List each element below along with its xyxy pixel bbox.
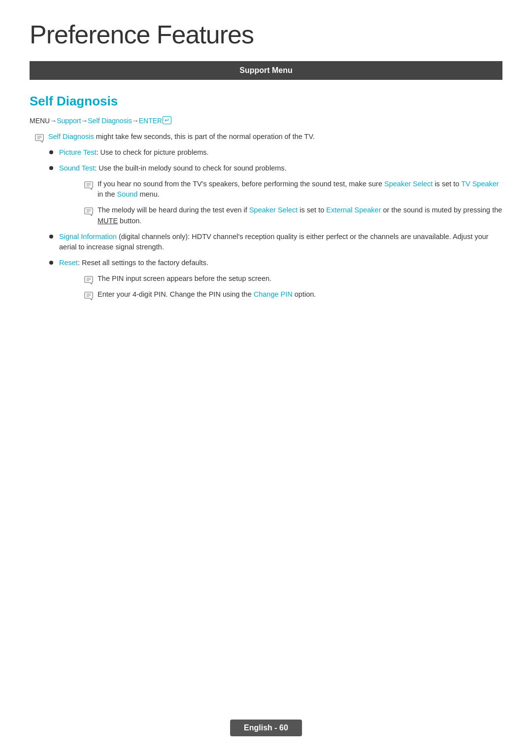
reset-notes: The PIN input screen appears before the … <box>79 274 502 300</box>
menu-path-arrow1: → <box>50 117 57 125</box>
sound-note-1-text: If you hear no sound from the TV's speak… <box>98 179 502 201</box>
sound-note-1: If you hear no sound from the TV's speak… <box>79 179 502 201</box>
menu-path-support: Support <box>57 117 81 125</box>
bullet-text-1: Picture Test: Use to check for picture p… <box>59 147 209 158</box>
reset-note-2-text: Enter your 4-digit PIN. Change the PIN u… <box>98 289 316 300</box>
note-icon-sound-1 <box>84 180 94 190</box>
reset-note-1-text: The PIN input screen appears before the … <box>98 274 271 284</box>
menu-path-menu: MENU <box>30 117 50 125</box>
section-title: Self Diagnosis <box>30 94 502 109</box>
bullet-text-2: Sound Test: Use the built-in melody soun… <box>59 163 287 174</box>
menu-path-arrow3: → <box>132 117 139 125</box>
page-title: Preference Features <box>30 20 502 49</box>
reset-note-2: Enter your 4-digit PIN. Change the PIN u… <box>79 289 502 300</box>
enter-icon: ↵ <box>163 116 171 124</box>
menu-path-arrow2: → <box>81 117 88 125</box>
intro-note-text: Self Diagnosis might take few seconds, t… <box>48 132 315 142</box>
bullet-dot-3 <box>49 235 53 239</box>
bullet-text-4: Reset: Reset all settings to the factory… <box>59 258 208 269</box>
bullet-dot-4 <box>49 261 53 265</box>
note-icon-intro <box>34 133 44 142</box>
sound-test-notes: If you hear no sound from the TV's speak… <box>79 179 502 227</box>
menu-path-enter: ENTER <box>139 117 162 125</box>
note-icon-sound-2 <box>84 206 94 216</box>
support-menu-bar: Support Menu <box>30 61 502 80</box>
bullet-item-picture-test: Picture Test: Use to check for picture p… <box>49 147 502 158</box>
bullet-text-3: Signal Information (digital channels onl… <box>59 232 502 253</box>
bullet-item-signal-info: Signal Information (digital channels onl… <box>49 232 502 253</box>
reset-note-1: The PIN input screen appears before the … <box>79 274 502 284</box>
page-number: English - 60 <box>244 723 288 732</box>
page-container: Preference Features Support Menu Self Di… <box>0 0 532 344</box>
bullet-dot-2 <box>49 166 53 170</box>
menu-path: MENU → Support → Self Diagnosis → ENTER … <box>30 117 502 125</box>
bullet-item-reset: Reset: Reset all settings to the factory… <box>49 258 502 269</box>
sound-note-2-text: The melody will be heard during the test… <box>98 205 502 227</box>
menu-path-self-diagnosis: Self Diagnosis <box>88 117 132 125</box>
support-menu-label: Support Menu <box>239 66 293 74</box>
intro-note: Self Diagnosis might take few seconds, t… <box>30 132 502 142</box>
note-icon-reset-1 <box>84 275 94 284</box>
bullet-dot-1 <box>49 150 53 154</box>
page-number-bar: English - 60 <box>230 720 302 736</box>
sound-note-2: The melody will be heard during the test… <box>79 205 502 227</box>
note-icon-reset-2 <box>84 290 94 300</box>
bullet-item-sound-test: Sound Test: Use the built-in melody soun… <box>49 163 502 174</box>
bullet-list: Picture Test: Use to check for picture p… <box>49 147 502 300</box>
